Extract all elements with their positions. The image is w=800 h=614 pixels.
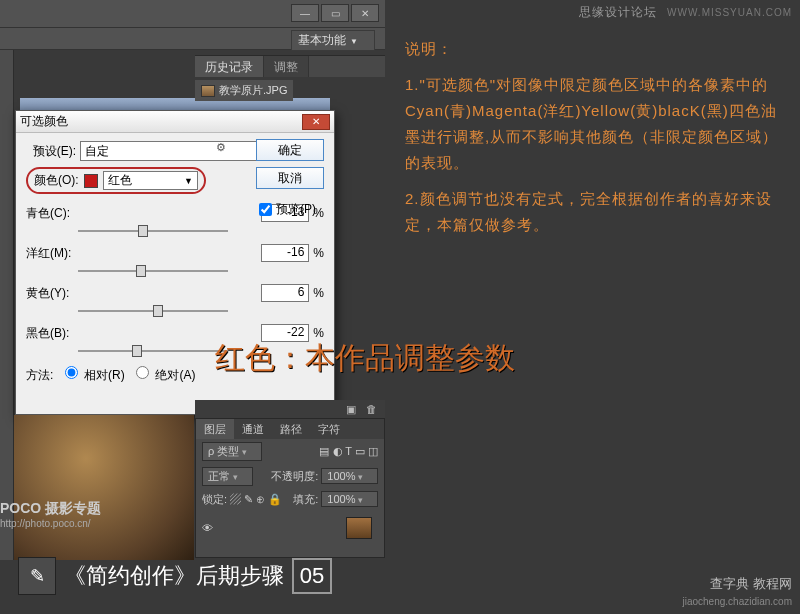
history-panel-tabs: 历史记录 调整 — [195, 55, 385, 77]
color-select-highlight: 颜色(O): 红色 — [26, 167, 206, 194]
app-titlebar: — ▭ ✕ — [0, 0, 385, 28]
opacity-label: 不透明度: — [271, 470, 318, 482]
yellow-label: 黄色(Y): — [26, 285, 78, 302]
maximize-button[interactable]: ▭ — [321, 4, 349, 22]
layers-panel: 图层 通道 路径 字符 ρ 类型 ▤ ◐ T ▭ ◫ 正常 不透明度: 100%… — [195, 418, 385, 558]
method-label: 方法: — [26, 368, 53, 382]
document-canvas — [14, 415, 194, 560]
method-relative-label: 相对(R) — [84, 368, 125, 382]
tutorial-step-bar: ✎ 《简约创作》后期步骤 05 — [18, 556, 332, 596]
color-label: 颜色(O): — [34, 172, 79, 189]
opacity-value[interactable]: 100% — [321, 468, 378, 484]
method-absolute-radio[interactable] — [136, 366, 149, 379]
adjustments-icon-row: ▣ 🗑 — [195, 400, 385, 418]
fill-label: 填充: — [293, 493, 318, 505]
cyan-label: 青色(C): — [26, 205, 78, 222]
cyan-slider[interactable] — [78, 224, 228, 238]
color-swatch-icon — [84, 174, 98, 188]
watermark-text: 思缘设计论坛 — [579, 5, 657, 19]
black-slider[interactable] — [78, 344, 228, 358]
watermark-br-sub: 教程网 — [753, 576, 792, 591]
explain-p1: 1."可选颜色"对图像中限定颜色区域中的各像素中的Cyan(青)Magenta(… — [405, 72, 785, 176]
explain-p2: 2.颜色调节也没有定式，完全根据创作者的喜好来设定，本篇仅做参考。 — [405, 186, 785, 238]
yellow-value-input[interactable]: 6 — [261, 284, 309, 302]
blend-mode-dropdown[interactable]: 正常 — [202, 467, 253, 486]
step-number: 05 — [292, 558, 332, 594]
fill-value[interactable]: 100% — [321, 491, 378, 507]
magenta-slider[interactable] — [78, 264, 228, 278]
watermark-left: POCO 摄影专题 http://photo.poco.cn/ — [0, 500, 120, 529]
watermark-top-right: 思缘设计论坛 WWW.MISSYUAN.COM — [579, 4, 792, 21]
gear-icon[interactable]: ⚙ — [216, 141, 230, 155]
tab-history[interactable]: 历史记录 — [195, 56, 264, 77]
trash-icon[interactable]: 🗑 — [366, 403, 377, 415]
explain-heading: 说明： — [405, 36, 785, 62]
watermark-left-brand: POCO 摄影专题 — [0, 500, 120, 518]
lock-label: 锁定: — [202, 493, 227, 505]
dialog-close-button[interactable]: ✕ — [302, 114, 330, 130]
tab-channels[interactable]: 通道 — [234, 419, 272, 439]
layer-thumb-icon — [346, 517, 372, 539]
headline-text: 红色：本作品调整参数 — [215, 338, 515, 379]
lock-icons[interactable]: ▨ ✎ ⊕ 🔒 — [230, 493, 282, 505]
watermark-site: WWW.MISSYUAN.COM — [667, 7, 792, 18]
watermark-left-url: http://photo.poco.cn/ — [0, 518, 120, 529]
workspace-bar: 基本功能 — [0, 28, 385, 50]
step-icon: ✎ — [18, 557, 56, 595]
ok-button[interactable]: 确定 — [256, 139, 324, 161]
dialog-titlebar: 可选颜色 ✕ — [16, 111, 334, 133]
visibility-eye-icon[interactable]: 👁 — [202, 522, 213, 534]
tab-character[interactable]: 字符 — [310, 419, 348, 439]
preset-label: 预设(E): — [26, 143, 76, 160]
method-relative-radio[interactable] — [65, 366, 78, 379]
magenta-value-input[interactable]: -16 — [261, 244, 309, 262]
watermark-br-url: jiaocheng.chazidian.com — [682, 596, 792, 607]
layer-row[interactable]: 👁 — [196, 510, 384, 546]
workspace-dropdown[interactable]: 基本功能 — [291, 30, 375, 51]
color-value: 红色 — [108, 172, 132, 189]
percent-label: % — [313, 246, 324, 260]
document-name: 教学原片.JPG — [219, 83, 287, 98]
color-dropdown[interactable]: 红色 — [103, 171, 198, 190]
cancel-button[interactable]: 取消 — [256, 167, 324, 189]
dialog-title: 可选颜色 — [20, 113, 68, 130]
explanation-block: 说明： 1."可选颜色"对图像中限定颜色区域中的各像素中的Cyan(青)Mage… — [405, 36, 785, 248]
minimize-button[interactable]: — — [291, 4, 319, 22]
preview-label: 预览(P) — [276, 201, 316, 218]
filter-icons[interactable]: ▤ ◐ T ▭ ◫ — [319, 445, 378, 458]
method-absolute-label: 绝对(A) — [155, 368, 195, 382]
magenta-label: 洋红(M): — [26, 245, 78, 262]
step-text: 《简约创作》后期步骤 — [64, 561, 284, 591]
preset-value: 自定 — [85, 143, 109, 160]
layer-filter-kind[interactable]: ρ 类型 — [202, 442, 262, 461]
yellow-slider[interactable] — [78, 304, 228, 318]
percent-label: % — [313, 286, 324, 300]
toolbar-strip — [0, 50, 14, 560]
camera-icon[interactable]: ▣ — [346, 403, 356, 416]
watermark-bottom-right: 查字典 教程网 jiaocheng.chazidian.com — [682, 575, 792, 608]
black-label: 黑色(B): — [26, 325, 78, 342]
watermark-br-brand: 查字典 — [710, 576, 749, 591]
tab-paths[interactable]: 路径 — [272, 419, 310, 439]
tab-adjustments[interactable]: 调整 — [264, 56, 309, 77]
preview-checkbox[interactable] — [259, 203, 272, 216]
tab-layers[interactable]: 图层 — [196, 419, 234, 439]
history-document-entry[interactable]: 教学原片.JPG — [195, 80, 293, 101]
close-button[interactable]: ✕ — [351, 4, 379, 22]
document-thumb-icon — [201, 85, 215, 97]
